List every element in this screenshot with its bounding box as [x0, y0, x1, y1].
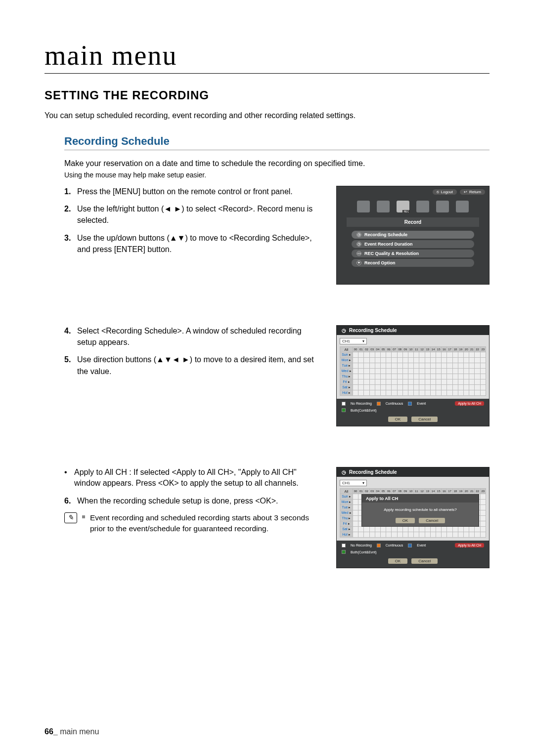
clock-icon: ◷ — [356, 242, 361, 247]
rec-icon: ▭ — [356, 251, 361, 256]
menu-icon[interactable] — [377, 201, 390, 212]
menu-icon[interactable] — [357, 201, 370, 212]
cancel-button[interactable]: Cancel — [411, 558, 438, 564]
ok-button[interactable]: OK — [396, 518, 415, 523]
ok-button[interactable]: OK — [388, 558, 408, 564]
bullet-icon: • — [64, 467, 70, 489]
step-num: 2. — [64, 203, 73, 226]
dialog-title: Apply to All CH — [362, 495, 479, 503]
apply-all-ch-button[interactable]: Apply to All CH — [455, 543, 484, 547]
menu-section-title: Record — [347, 217, 479, 227]
sub-heading: Recording Schedule — [64, 135, 490, 150]
note-text: Event recording and scheduled recording … — [90, 512, 321, 534]
ok-button[interactable]: OK — [388, 417, 408, 422]
step-num: 1. — [64, 186, 73, 197]
square-icon — [82, 515, 85, 518]
menu-icon[interactable] — [416, 201, 429, 212]
page-footer: 66_ main menu — [44, 727, 99, 736]
section-heading: SETTING THE RECORDING — [44, 88, 490, 102]
step-num: 3. — [64, 232, 73, 255]
channel-select[interactable]: CH1▾ — [340, 480, 367, 486]
gear-icon: ✦ — [356, 260, 361, 265]
steps-list-b: 4.Select <Recording Schedule>. A window … — [64, 325, 321, 377]
legend-swatch — [342, 408, 346, 412]
dialog-message: Apply recording schedule to all channels… — [366, 507, 475, 512]
step-text: Select <Recording Schedule>. A window of… — [77, 325, 321, 348]
step-num: 4. — [64, 325, 73, 348]
section-intro: You can setup scheduled recording, event… — [44, 111, 490, 120]
menu-item-rec-quality[interactable]: ▭REC Quality & Resolution — [352, 250, 474, 257]
sub-hint: Using the mouse may help make setup easi… — [64, 171, 490, 179]
step-num: 5. — [64, 354, 73, 377]
bullet-text: Apply to All CH : If selected <Apply to … — [74, 467, 321, 489]
menu-icon[interactable] — [436, 201, 449, 212]
note-icon: ✎ — [64, 512, 77, 523]
cancel-button[interactable]: Cancel — [419, 518, 445, 523]
apply-all-ch-dialog: Apply to All CH Apply recording schedule… — [361, 494, 479, 527]
legend-swatch — [408, 402, 412, 406]
clock-icon: ◷ — [342, 469, 346, 475]
menu-item-record-option[interactable]: ✦Record Option — [352, 259, 474, 267]
record-menu-screenshot: ⎋Logout ↩Return Record ◷Recording Schedu… — [336, 186, 490, 285]
channel-select[interactable]: CH1▾ — [340, 338, 367, 344]
legend-swatch — [377, 402, 381, 406]
logout-button[interactable]: ⎋Logout — [433, 189, 457, 195]
apply-all-ch-button[interactable]: Apply to All CH — [455, 401, 484, 406]
legend-swatch — [342, 402, 346, 406]
schedule-grid[interactable]: All0001020304050607080910111213141516171… — [340, 346, 486, 396]
step-text: Use the left/right button (◄ ►) to selec… — [77, 203, 321, 226]
step-text: When the recording schedule setup is don… — [77, 495, 321, 506]
step-text: Use direction buttons (▲▼◄ ►) to move to… — [77, 354, 321, 377]
step-text: Press the [MENU] button on the remote co… — [77, 186, 321, 197]
menu-icon[interactable] — [456, 201, 469, 212]
return-button[interactable]: ↩Return — [460, 189, 485, 195]
menu-item-event-duration[interactable]: ◷Event Record Duration — [352, 240, 474, 248]
clock-icon: ◷ — [356, 232, 361, 237]
step-num: 6. — [64, 495, 73, 506]
record-menu-icon[interactable] — [397, 201, 409, 212]
chevron-down-icon: ▾ — [362, 481, 364, 485]
clock-icon: ◷ — [342, 328, 346, 333]
menu-item-recording-schedule[interactable]: ◷Recording Schedule — [352, 231, 474, 239]
step-text: Use the up/down buttons (▲▼) to move to … — [77, 232, 321, 255]
steps-list-a: 1.Press the [MENU] button on the remote … — [64, 186, 321, 255]
page-title: main menu — [44, 40, 490, 74]
sub-desc: Make your reservation on a date and time… — [64, 159, 490, 168]
recording-schedule-screenshot: ◷Recording Schedule CH1▾ All000102030405… — [336, 325, 490, 426]
cancel-button[interactable]: Cancel — [411, 417, 438, 422]
recording-schedule-modal-screenshot: ◷Recording Schedule CH1▾ All000102030405… — [336, 467, 490, 568]
chevron-down-icon: ▾ — [362, 339, 364, 343]
